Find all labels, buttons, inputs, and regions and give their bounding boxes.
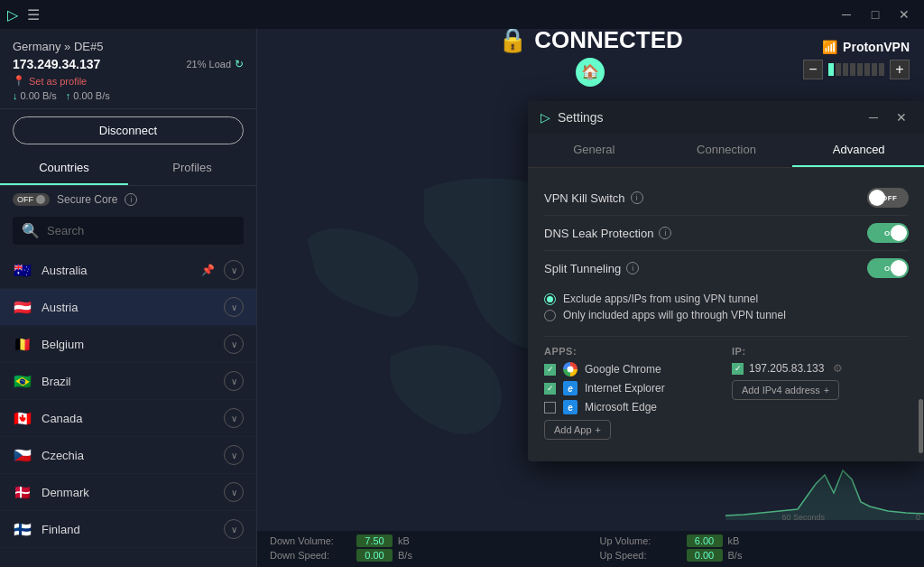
expand-button[interactable]: ∨: [224, 297, 244, 317]
restore-button[interactable]: □: [863, 2, 888, 27]
settings-window-controls: ─ ✕: [864, 108, 912, 126]
flag-austria: 🇦🇹: [13, 300, 32, 314]
split-tunneling-section: Split Tunneling i ON E: [544, 251, 909, 337]
expand-button[interactable]: ∨: [224, 408, 244, 428]
expand-button[interactable]: ∨: [224, 445, 244, 465]
settings-minimize-button[interactable]: ─: [864, 108, 883, 126]
list-item[interactable]: 🇧🇪 Belgium ∨: [0, 326, 256, 363]
vpn-kill-switch-info-icon[interactable]: i: [631, 191, 643, 204]
app-checkbox-chrome[interactable]: [544, 364, 556, 376]
tab-general[interactable]: General: [528, 134, 661, 167]
expand-button[interactable]: ∨: [224, 371, 244, 391]
country-name: Canada: [42, 412, 215, 425]
expand-button[interactable]: ∨: [224, 482, 244, 502]
secure-core-info-icon[interactable]: i: [125, 193, 137, 206]
country-name: Brazil: [42, 375, 215, 388]
add-icon: +: [824, 385, 829, 395]
list-item[interactable]: 🇦🇺 Australia 📌 ∨: [0, 252, 256, 289]
flag-australia: 🇦🇺: [13, 263, 32, 277]
flag-czechia: 🇨🇿: [13, 448, 32, 462]
ip-edit-icon[interactable]: ⚙: [833, 362, 843, 375]
country-name: Czechia: [42, 449, 215, 462]
bandwidth-increase-button[interactable]: +: [890, 60, 910, 79]
list-item[interactable]: 🇨🇦 Canada ∨: [0, 400, 256, 437]
minimize-button[interactable]: ─: [834, 2, 859, 27]
server-name: Germany » DE#5: [13, 40, 244, 53]
search-input[interactable]: [47, 224, 235, 237]
dns-leak-info-icon[interactable]: i: [659, 227, 671, 239]
tab-connection[interactable]: Connection: [661, 134, 793, 167]
list-item[interactable]: 🇫🇮 Finland ∨: [0, 511, 256, 548]
settings-tabs: General Connection Advanced: [528, 134, 924, 168]
flag-brazil: 🇧🇷: [13, 374, 32, 388]
app-checkbox-ie[interactable]: [544, 383, 556, 395]
bw-seg-1: [828, 63, 834, 76]
stat-up-speed-unit: B/s: [728, 550, 743, 561]
hamburger-icon[interactable]: ☰: [27, 6, 40, 23]
add-app-button[interactable]: Add App +: [544, 420, 611, 440]
toggle-circle: [891, 260, 907, 276]
toggle-circle: [891, 225, 907, 241]
search-bar: 🔍: [0, 213, 256, 252]
stat-down-volume: Down Volume: 7.50 kB: [270, 534, 582, 547]
title-bar-controls: ─ □ ✕: [834, 2, 917, 27]
stat-up-speed: Up Speed: 0.00 B/s: [600, 549, 912, 562]
sidebar-tabs: Countries Profiles: [0, 152, 256, 186]
list-item[interactable]: 🇧🇷 Brazil ∨: [0, 363, 256, 400]
ie-icon: e: [563, 381, 578, 395]
title-bar-left: ▷ ☰: [7, 6, 40, 23]
edge-icon: e: [563, 400, 578, 414]
dns-leak-toggle[interactable]: ON: [867, 223, 909, 243]
stat-down-volume-value: 7.50: [356, 534, 393, 547]
secure-core-label: Secure Core: [57, 193, 117, 206]
expand-button[interactable]: ∨: [224, 334, 244, 354]
home-button[interactable]: 🏠: [576, 58, 605, 87]
tab-advanced[interactable]: Advanced: [792, 134, 924, 167]
settings-close-button[interactable]: ✕: [891, 108, 912, 126]
speed-chart: [725, 457, 924, 520]
disconnect-button[interactable]: Disconnect: [13, 116, 244, 144]
server-ip: 173.249.34.137: [13, 57, 100, 71]
add-icon: +: [596, 424, 601, 435]
list-item[interactable]: 🇦🇹 Austria ∨: [0, 289, 256, 326]
app-name-ie: Internet Explorer: [585, 382, 665, 395]
radio-circle-exclude: [544, 293, 556, 305]
expand-button[interactable]: ∨: [224, 260, 244, 280]
split-tunneling-toggle[interactable]: ON: [867, 258, 909, 278]
tab-countries[interactable]: Countries: [0, 152, 128, 185]
title-bar: ▷ ☰ ─ □ ✕: [0, 0, 924, 29]
bw-seg-7: [872, 63, 877, 76]
ip-checkbox[interactable]: [732, 363, 744, 375]
set-profile-link[interactable]: 📍 Set as profile: [13, 75, 244, 87]
stat-down-volume-unit: kB: [398, 535, 410, 546]
settings-scrollbar-thumb[interactable]: [919, 399, 923, 453]
bw-seg-4: [850, 63, 855, 76]
chrome-icon: [563, 362, 578, 376]
vpn-kill-switch-label: VPN Kill Switch i: [544, 191, 643, 205]
stat-up-speed-value: 0.00: [687, 549, 723, 562]
vpn-kill-switch-toggle[interactable]: OFF: [867, 188, 909, 208]
list-item[interactable]: 🇩🇰 Denmark ∨: [0, 474, 256, 511]
list-item[interactable]: 🇨🇿 Czechia ∨: [0, 437, 256, 474]
close-button[interactable]: ✕: [892, 2, 917, 27]
bandwidth-decrease-button[interactable]: −: [803, 60, 823, 79]
ip-item: 197.205.83.133 ⚙: [732, 362, 909, 375]
country-name: Belgium: [42, 338, 215, 351]
tab-profiles[interactable]: Profiles: [128, 152, 256, 185]
secure-core-toggle[interactable]: OFF: [13, 193, 50, 206]
radio-include[interactable]: Only included apps will go through VPN t…: [544, 309, 909, 321]
search-input-wrap: 🔍: [13, 217, 244, 245]
split-tunneling-info-icon[interactable]: i: [626, 262, 639, 274]
radio-exclude[interactable]: Exclude apps/IPs from using VPN tunnel: [544, 293, 909, 305]
apps-header: APPS:: [544, 346, 721, 357]
toggle-circle: [869, 190, 885, 206]
bw-seg-2: [836, 63, 841, 76]
add-ipv4-button[interactable]: Add IPv4 address +: [732, 380, 839, 400]
settings-title-left: ▷ Settings: [541, 110, 604, 125]
expand-button[interactable]: ∨: [224, 519, 244, 539]
radio-dot: [547, 296, 553, 302]
stat-down-speed-unit: B/s: [398, 550, 412, 561]
stat-up-volume: Up Volume: 6.00 kB: [600, 534, 912, 547]
app-checkbox-edge[interactable]: [544, 402, 556, 414]
radio-circle-include: [544, 310, 556, 321]
